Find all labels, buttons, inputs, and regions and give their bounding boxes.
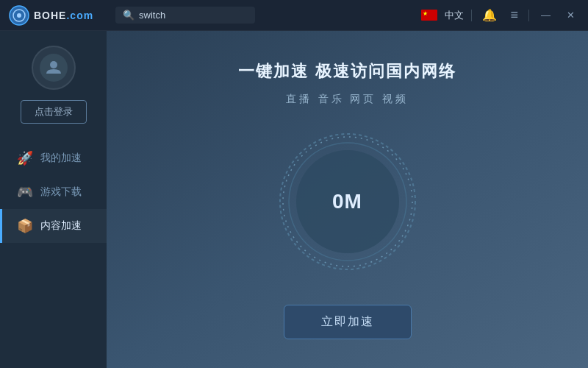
sidebar-item-label: 我的加速: [40, 152, 82, 165]
main-layout: 点击登录 🚀 我的加速 🎮 游戏下载 📦 内容加速 一键加速 极速访问国内网络 …: [0, 31, 588, 368]
sidebar: 点击登录 🚀 我的加速 🎮 游戏下载 📦 内容加速: [0, 31, 107, 368]
sidebar-item-label: 内容加速: [40, 219, 82, 233]
content-title: 一键加速 极速访问国内网络: [238, 60, 456, 82]
close-button[interactable]: ✕: [562, 8, 579, 22]
svg-point-3: [50, 61, 57, 68]
menu-icon[interactable]: ≡: [507, 6, 521, 24]
sidebar-item-label: 游戏下载: [40, 185, 82, 199]
eye-icon: 🎮: [17, 184, 33, 200]
minimize-button[interactable]: —: [537, 8, 555, 22]
avatar: [32, 46, 76, 90]
content-subtitle: 直播 音乐 网页 视频: [286, 93, 409, 106]
rocket-icon: 🚀: [17, 150, 33, 166]
logo-area: BOHE.com: [9, 5, 115, 26]
titlebar: BOHE.com 🔍 中文 🔔 ≡ — ✕: [0, 0, 588, 31]
search-icon: 🔍: [123, 10, 135, 21]
divider2: [528, 10, 529, 21]
logo-text: BOHE.com: [34, 10, 93, 21]
sidebar-item-my-accel[interactable]: 🚀 我的加速: [0, 141, 107, 175]
titlebar-right: 中文 🔔 ≡ — ✕: [421, 6, 579, 24]
sidebar-item-game-download[interactable]: 🎮 游戏下载: [0, 175, 107, 209]
user-icon: [45, 59, 62, 77]
lang-text[interactable]: 中文: [445, 9, 464, 22]
meter-center: 0M: [332, 190, 362, 213]
avatar-inner: [40, 54, 68, 82]
speed-meter: 0M: [274, 128, 421, 275]
login-button[interactable]: 点击登录: [21, 100, 87, 124]
bell-icon[interactable]: 🔔: [479, 7, 500, 24]
accelerate-button[interactable]: 立即加速: [284, 305, 412, 339]
content-area: 一键加速 极速访问国内网络 直播 音乐 网页 视频 0M 立即加速: [107, 31, 588, 368]
sidebar-item-content-accel[interactable]: 📦 内容加速: [0, 209, 107, 243]
logo-icon: [9, 5, 29, 26]
search-bar[interactable]: 🔍: [115, 7, 255, 24]
meter-value: 0M: [332, 190, 362, 213]
box-icon: 📦: [17, 218, 33, 234]
divider: [471, 10, 472, 21]
svg-point-2: [17, 13, 21, 18]
flag-icon: [421, 10, 437, 21]
search-input[interactable]: [139, 10, 242, 21]
